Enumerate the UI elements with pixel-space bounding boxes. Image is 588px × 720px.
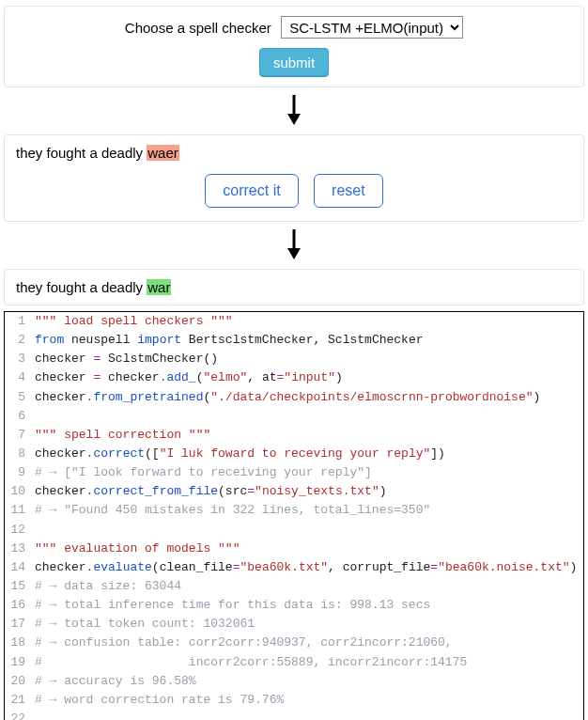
code-content: """ evaluation of models """ (35, 540, 583, 558)
input-prefix: they fought a deadly (16, 145, 147, 161)
code-content: # → word correction rate is 79.76% (35, 691, 583, 710)
code-line: 11# → "Found 450 mistakes in 322 lines, … (5, 501, 583, 520)
output-prefix: they fought a deadly (16, 279, 147, 295)
code-line: 4checker = checker.add_("elmo", at="inpu… (5, 368, 583, 387)
line-number: 15 (5, 577, 35, 596)
code-content: # → ["I look forward to receiving your r… (35, 463, 583, 482)
line-number: 12 (5, 521, 35, 540)
code-line: 14checker.evaluate(clean_file="bea60k.tx… (5, 558, 583, 577)
code-line: 8checker.correct(["I luk foward to recev… (5, 445, 583, 463)
code-content (35, 710, 583, 720)
svg-marker-3 (287, 248, 301, 259)
code-line: 22 (5, 710, 583, 720)
code-content: checker = checker.add_("elmo", at="input… (35, 368, 583, 387)
code-content: """ load spell checkers """ (35, 312, 583, 331)
line-number: 5 (5, 388, 35, 407)
line-number: 11 (5, 501, 35, 520)
svg-marker-1 (287, 114, 301, 125)
misspelled-word: waer (147, 145, 179, 161)
line-number: 7 (5, 426, 35, 445)
code-line: 5checker.from_pretrained("./data/checkpo… (5, 388, 583, 407)
line-number: 3 (5, 350, 35, 368)
code-line: 13""" evaluation of models """ (5, 540, 583, 558)
code-content: # → "Found 450 mistakes in 322 lines, to… (35, 501, 583, 520)
spellchecker-select[interactable]: SC-LSTM +ELMO(input) (281, 16, 463, 39)
code-content: # → confusion table: corr2corr:940937, c… (35, 634, 583, 652)
code-line: 16# → total inference time for this data… (5, 596, 583, 615)
code-line: 15# → data size: 63044 (5, 577, 583, 596)
input-panel: they fought a deadly waer correct it res… (4, 134, 584, 222)
output-text: they fought a deadly war (16, 279, 572, 295)
output-panel: they fought a deadly war (4, 269, 584, 305)
code-line: 19# incorr2corr:55889, incorr2incorr:141… (5, 653, 583, 672)
code-line: 9# → ["I look forward to receiving your … (5, 463, 583, 482)
correct-button[interactable]: correct it (205, 174, 298, 208)
code-content: checker = SclstmChecker() (35, 350, 583, 368)
code-line: 6 (5, 407, 583, 426)
code-line: 18# → confusion table: corr2corr:940937,… (5, 634, 583, 652)
code-content: # → accuracy is 96.58% (35, 672, 583, 691)
code-block: 1""" load spell checkers """2from neuspe… (4, 311, 584, 720)
line-number: 4 (5, 368, 35, 387)
code-content: # → data size: 63044 (35, 577, 583, 596)
code-content: checker.correct(["I luk foward to recevi… (35, 445, 583, 463)
code-content: """ spell correction """ (35, 426, 583, 445)
code-content: checker.evaluate(clean_file="bea60k.txt"… (35, 558, 583, 577)
code-line: 12 (5, 521, 583, 540)
code-line: 1""" load spell checkers """ (5, 312, 583, 331)
code-content: checker.from_pretrained("./data/checkpoi… (35, 388, 583, 407)
code-line: 20# → accuracy is 96.58% (5, 672, 583, 691)
line-number: 21 (5, 691, 35, 710)
arrow-down-icon (0, 227, 588, 263)
code-content: from neuspell import BertsclstmChecker, … (35, 331, 583, 350)
code-line: 17# → total token count: 1032061 (5, 615, 583, 634)
code-line: 21# → word correction rate is 79.76% (5, 691, 583, 710)
chooser-label: Choose a spell checker (125, 20, 271, 36)
code-content: # incorr2corr:55889, incorr2incorr:14175 (35, 653, 583, 672)
line-number: 16 (5, 596, 35, 615)
code-line: 10checker.correct_from_file(src="noisy_t… (5, 482, 583, 501)
code-content: # → total token count: 1032061 (35, 615, 583, 634)
line-number: 14 (5, 558, 35, 577)
code-line: 2from neuspell import BertsclstmChecker,… (5, 331, 583, 350)
line-number: 1 (5, 312, 35, 331)
line-number: 20 (5, 672, 35, 691)
code-line: 7""" spell correction """ (5, 426, 583, 445)
code-content: # → total inference time for this data i… (35, 596, 583, 615)
reset-button[interactable]: reset (314, 174, 383, 208)
line-number: 17 (5, 615, 35, 634)
code-line: 3checker = SclstmChecker() (5, 350, 583, 368)
line-number: 6 (5, 407, 35, 426)
code-content: checker.correct_from_file(src="noisy_tex… (35, 482, 583, 501)
line-number: 19 (5, 653, 35, 672)
line-number: 2 (5, 331, 35, 350)
line-number: 10 (5, 482, 35, 501)
line-number: 9 (5, 463, 35, 482)
line-number: 22 (5, 710, 35, 720)
input-text[interactable]: they fought a deadly waer (16, 145, 572, 161)
corrected-word: war (147, 279, 171, 295)
line-number: 8 (5, 445, 35, 463)
chooser-panel: Choose a spell checker SC-LSTM +ELMO(inp… (4, 6, 584, 87)
line-number: 13 (5, 540, 35, 558)
code-content (35, 521, 583, 540)
code-content (35, 407, 583, 426)
arrow-down-icon (0, 93, 588, 129)
submit-button[interactable]: submit (259, 48, 329, 77)
line-number: 18 (5, 634, 35, 652)
